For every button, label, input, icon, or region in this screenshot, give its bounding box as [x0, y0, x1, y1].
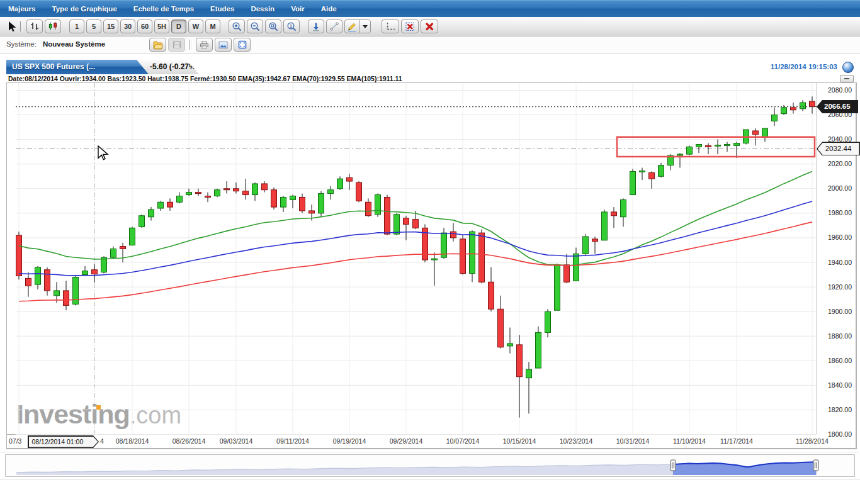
timeframe-button-1[interactable]: 1: [69, 20, 84, 33]
trendline-icon: [329, 21, 339, 31]
x-axis-label: 08/26/2014: [166, 437, 212, 445]
investing-chart-app: MajeursType de GraphiqueEchelle de Temps…: [0, 0, 860, 504]
menu-item-dessin[interactable]: Dessin: [242, 5, 283, 13]
y-axis-label: 1980.00: [819, 209, 852, 216]
fullscreen-button[interactable]: [234, 38, 251, 52]
timeframe-button-5H[interactable]: 5H: [154, 20, 169, 33]
floppy-icon: [172, 40, 182, 50]
navigator[interactable]: [5, 454, 855, 477]
menu-item-voir[interactable]: Voir: [283, 5, 313, 13]
timeframe-button-W[interactable]: W: [188, 20, 203, 33]
last-update-timestamp: 11/28/2014 19:15:03: [769, 63, 837, 70]
watermark-orange-dot: [96, 405, 101, 410]
system-name: Nouveau Système: [43, 40, 105, 48]
y-axis-label: 1880.00: [819, 332, 852, 340]
delete-all-button[interactable]: [421, 20, 438, 33]
y-axis-label: 1940.00: [819, 259, 852, 266]
menu-item-etudes[interactable]: Etudes: [202, 5, 242, 13]
x-axis-label: 07/3: [9, 437, 21, 445]
selected-price-value: 2032.44: [818, 143, 859, 155]
printer-icon: [199, 40, 210, 50]
zoom-out-button[interactable]: [247, 20, 263, 33]
download-button[interactable]: [308, 20, 324, 33]
delete-tool-group: [382, 20, 440, 33]
boxed-x-icon: [405, 21, 416, 32]
watermark-suffix: .com: [130, 402, 181, 428]
bottom-divider: [0, 479, 860, 479]
pencil-button[interactable]: [344, 20, 371, 33]
navigator-handle-left[interactable]: [670, 460, 676, 471]
candles-icon: [48, 21, 59, 31]
timeframe-button-D[interactable]: D: [171, 20, 186, 33]
timeframe-button-30[interactable]: 30: [120, 20, 135, 33]
open-system-button[interactable]: [149, 38, 166, 52]
menu-item-aide[interactable]: Aide: [313, 5, 345, 13]
save-system-button[interactable]: [168, 38, 185, 52]
y-axis-label: 1860.00: [819, 357, 852, 364]
zoom-in-button[interactable]: [229, 20, 245, 33]
y-axis-label: 1840.00: [819, 381, 852, 389]
symbol-title: US SPX 500 Futures (...: [6, 60, 149, 74]
folder-icon: [152, 40, 164, 50]
axis-tool-button[interactable]: [382, 20, 399, 33]
last-price-value: 2066.65: [824, 103, 851, 110]
menu-bar: MajeursType de GraphiqueEchelle de Temps…: [0, 0, 860, 17]
y-axis-label: 2080.00: [819, 86, 852, 94]
print-button[interactable]: [196, 38, 213, 52]
ohlc-chart-button[interactable]: [26, 20, 43, 33]
x-axis-label: 09/11/2014: [269, 437, 316, 445]
timeframe-button-15[interactable]: 15: [103, 20, 118, 33]
mouse-cursor: [98, 145, 110, 162]
y-axis-label: 2000.00: [819, 184, 852, 192]
pointer-tool[interactable]: [8, 21, 18, 32]
zoom-reset-button[interactable]: 1: [283, 20, 300, 33]
chart-frame: [6, 82, 856, 449]
x-axis-label: 08/18/2014: [109, 437, 156, 445]
trendline-button[interactable]: [326, 20, 342, 33]
minus-icon: [843, 77, 851, 81]
chart-type-group: [26, 20, 63, 33]
zoom-one-icon: 1: [286, 21, 297, 32]
system-bar: Système: Nouveau Système: [0, 36, 860, 53]
y-axis-label: 1960.00: [819, 233, 852, 241]
selected-date-value: 08/12/2014 01:00: [29, 437, 98, 447]
y-axis-label: 1820.00: [819, 406, 852, 413]
toolbar: 151530605HDWM 1: [0, 17, 860, 36]
navigator-chart[interactable]: [6, 455, 854, 476]
ohlc-icon: [30, 21, 40, 32]
draw-tool-group: [308, 20, 373, 33]
selected-date-badge: 08/12/2014 01:00: [28, 435, 99, 448]
timeframe-button-M[interactable]: M: [205, 20, 220, 33]
timeframe-button-60[interactable]: 60: [137, 20, 152, 33]
menu-item-type-de-graphique[interactable]: Type de Graphique: [43, 5, 125, 13]
svg-text:1: 1: [290, 23, 292, 28]
watermark-main: Investing: [16, 399, 130, 429]
timeframe-group: 151530605HDWM: [69, 20, 222, 33]
x-axis-label: 11/28/2014: [789, 437, 835, 445]
axis-dashed-icon: [385, 21, 396, 31]
snapshot-button[interactable]: [215, 38, 232, 52]
menu-item-majeurs[interactable]: Majeurs: [0, 5, 43, 13]
system-label: Système:: [6, 40, 37, 48]
x-axis-label: 09/03/2014: [213, 437, 259, 445]
x-axis-label: 10/23/2014: [553, 437, 599, 445]
zoom-group: 1: [229, 20, 302, 33]
zoom-box-button[interactable]: [265, 20, 281, 33]
connection-status-icon: [842, 62, 854, 73]
timeframe-button-5[interactable]: 5: [86, 20, 101, 33]
pencil-icon: [345, 20, 359, 33]
x-axis-label: 10/15/2014: [496, 437, 543, 445]
navigator-handle-right[interactable]: [813, 460, 818, 471]
x-axis-label: 11/17/2014: [713, 437, 760, 445]
delete-selected-button[interactable]: [401, 20, 419, 33]
menu-item-echelle-de-temps[interactable]: Echelle de Temps: [125, 5, 202, 13]
x-axis-label: 4: [100, 437, 104, 445]
tab-symbol[interactable]: US SPX 500 Futures (...: [6, 60, 149, 74]
x-axis-label: 10/07/2014: [439, 437, 486, 445]
selected-price-badge: 2032.44: [817, 142, 860, 155]
candlestick-chart-button[interactable]: [45, 20, 61, 33]
zoom-in-icon: [232, 21, 242, 32]
collapse-axis-button[interactable]: [840, 75, 854, 82]
x-axis-label: 09/19/2014: [326, 437, 373, 445]
chevron-down-icon[interactable]: [359, 20, 370, 33]
